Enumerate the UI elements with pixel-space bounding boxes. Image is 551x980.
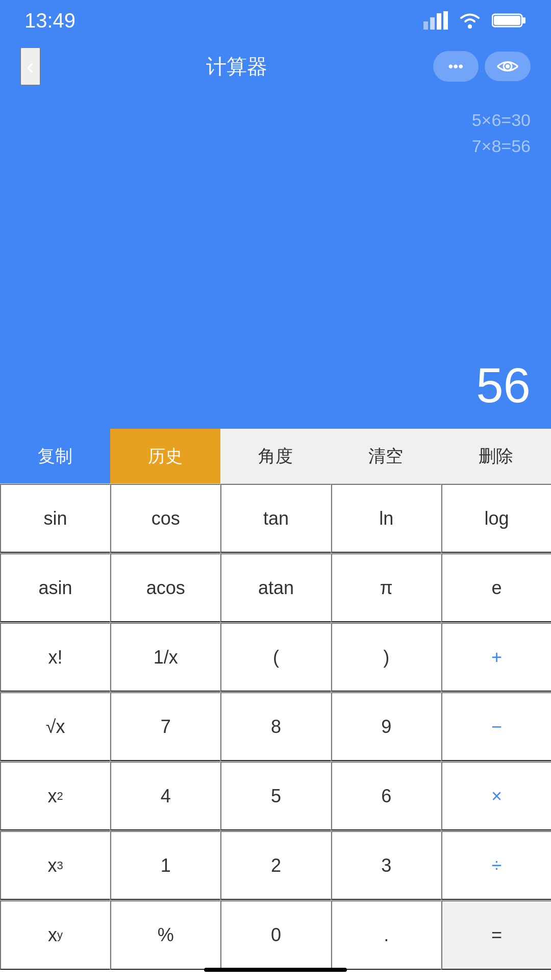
key-8[interactable]: 8 (220, 692, 331, 761)
eye-icon (496, 59, 519, 74)
key-cube[interactable]: x3 (0, 831, 110, 900)
key-3[interactable]: 3 (331, 831, 441, 900)
header: ‹ 计算器 ••• (0, 41, 551, 92)
svg-point-4 (468, 24, 472, 29)
header-title: 计算器 (206, 53, 267, 81)
status-icons (423, 11, 527, 30)
key-sin[interactable]: sin (0, 484, 110, 553)
delete-button[interactable]: 删除 (441, 429, 551, 483)
key-0[interactable]: 0 (220, 900, 331, 970)
status-bar: 13:49 (0, 0, 551, 41)
svg-rect-0 (423, 21, 428, 30)
key-equals[interactable]: = (441, 900, 551, 970)
key-2[interactable]: 2 (220, 831, 331, 900)
key-dot[interactable]: . (331, 900, 441, 970)
key-minus[interactable]: − (441, 692, 551, 761)
status-time: 13:49 (24, 9, 76, 32)
key-tan[interactable]: tan (220, 484, 331, 553)
history-line-1: 5×6=30 (472, 107, 531, 133)
keypad-row-7: xy % 0 . = (0, 900, 551, 970)
key-cos[interactable]: cos (110, 484, 220, 553)
key-9[interactable]: 9 (331, 692, 441, 761)
history-button[interactable]: 历史 (110, 429, 220, 483)
keypad-row-1: sin cos tan ln log (0, 484, 551, 553)
key-power[interactable]: xy (0, 900, 110, 970)
angle-button[interactable]: 角度 (220, 429, 331, 483)
key-plus[interactable]: + (441, 623, 551, 692)
history-display: 5×6=30 7×8=56 (472, 107, 531, 159)
key-4[interactable]: 4 (110, 762, 220, 830)
result-display: 56 (476, 357, 531, 413)
keypad-row-4: √x 7 8 9 − (0, 692, 551, 762)
eye-button[interactable] (485, 52, 531, 81)
svg-rect-1 (430, 17, 435, 30)
svg-rect-7 (494, 16, 520, 25)
key-factorial[interactable]: x! (0, 623, 110, 692)
key-lparen[interactable]: ( (220, 623, 331, 692)
display-area: 5×6=30 7×8=56 56 (0, 92, 551, 429)
key-atan[interactable]: atan (220, 553, 331, 622)
key-percent[interactable]: % (110, 900, 220, 970)
svg-rect-3 (443, 11, 448, 30)
key-ln[interactable]: ln (331, 484, 441, 553)
key-divide[interactable]: ÷ (441, 831, 551, 900)
key-log[interactable]: log (441, 484, 551, 553)
key-5[interactable]: 5 (220, 762, 331, 830)
svg-rect-6 (522, 17, 525, 23)
history-line-2: 7×8=56 (472, 133, 531, 159)
key-square[interactable]: x2 (0, 762, 110, 830)
svg-point-9 (506, 64, 510, 68)
keypad-row-5: x2 4 5 6 × (0, 762, 551, 831)
key-sqrt[interactable]: √x (0, 692, 110, 761)
signal-icon (423, 11, 448, 30)
key-rparen[interactable]: ) (331, 623, 441, 692)
battery-icon (492, 11, 527, 30)
wifi-icon (457, 11, 483, 30)
key-acos[interactable]: acos (110, 553, 220, 622)
back-button[interactable]: ‹ (20, 47, 40, 85)
key-e[interactable]: e (441, 553, 551, 622)
keypad: sin cos tan ln log asin acos atan π e x!… (0, 484, 551, 970)
key-6[interactable]: 6 (331, 762, 441, 830)
clear-button[interactable]: 清空 (331, 429, 441, 483)
svg-rect-2 (437, 13, 441, 30)
home-indicator (204, 968, 347, 972)
keypad-row-3: x! 1/x ( ) + (0, 623, 551, 692)
more-button[interactable]: ••• (433, 51, 479, 82)
key-pi[interactable]: π (331, 553, 441, 622)
key-1[interactable]: 1 (110, 831, 220, 900)
key-asin[interactable]: asin (0, 553, 110, 622)
copy-button[interactable]: 复制 (0, 429, 110, 483)
key-reciprocal[interactable]: 1/x (110, 623, 220, 692)
key-7[interactable]: 7 (110, 692, 220, 761)
keypad-row-2: asin acos atan π e (0, 553, 551, 623)
key-multiply[interactable]: × (441, 762, 551, 830)
action-row: 复制 历史 角度 清空 删除 (0, 429, 551, 484)
header-actions: ••• (433, 51, 531, 82)
keypad-row-6: x3 1 2 3 ÷ (0, 831, 551, 900)
